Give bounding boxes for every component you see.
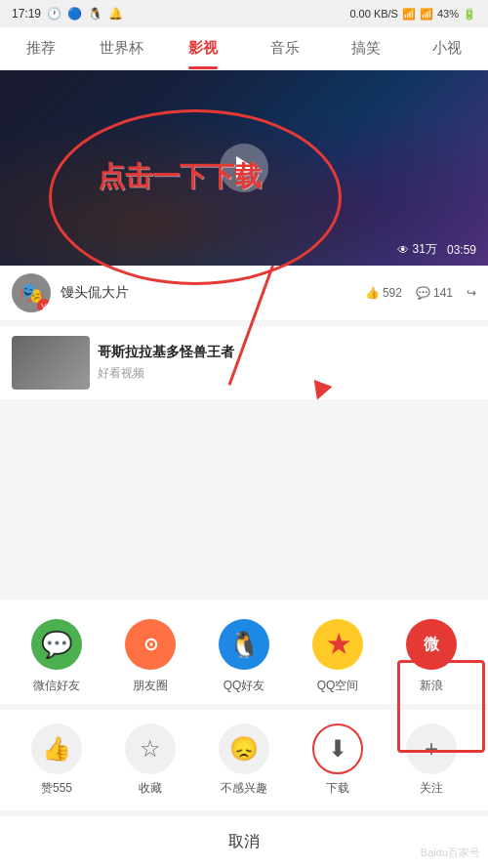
qqzone-label: QQ空间 (317, 678, 359, 694)
qq-label: QQ好友 (224, 678, 265, 694)
play-button[interactable] (220, 144, 268, 192)
qqzone-icon: ★ (312, 619, 363, 670)
moments-label: 朋友圈 (133, 678, 168, 694)
tab-film[interactable]: 影视 (163, 27, 244, 69)
view-count: 👁 31万 (397, 241, 437, 258)
dislike-icon: 😞 (219, 723, 269, 774)
share-icon: ↪ (467, 286, 476, 300)
comment-btn[interactable]: 💬 141 (416, 286, 453, 300)
time: 17:19 (12, 7, 41, 21)
action-download[interactable]: ⬇ 下载 (291, 723, 385, 797)
follow-label: 关注 (420, 780, 443, 797)
like-btn[interactable]: 👍 592 (365, 286, 402, 300)
nav-tabs: 推荐 世界杯 影视 音乐 搞笑 小视 (0, 27, 488, 70)
action-row: 👍 赞555 ☆ 收藏 😞 不感兴趣 ⬇ 下载 + 关注 (0, 710, 488, 810)
tab-worldcup[interactable]: 世界杯 (81, 27, 162, 69)
alarm-icon: 🕐 (47, 7, 61, 21)
tab-funny[interactable]: 搞笑 (325, 27, 406, 69)
share-weibo[interactable]: 微 新浪 (385, 619, 478, 694)
verified-badge: V (37, 299, 51, 312)
watermark: Baidu百家号 (421, 846, 480, 860)
battery: 43% (437, 8, 459, 20)
share-moments[interactable]: ⊙ 朋友圈 (103, 619, 197, 694)
status-left: 17:19 🕐 🔵 🐧 🔔 (12, 7, 123, 21)
duration: 03:59 (447, 241, 476, 258)
follow-icon: + (406, 723, 457, 774)
card-tag: 好看视频 (98, 365, 476, 382)
wifi-icon: 📶 (402, 8, 416, 21)
weibo-icon: 微 (406, 619, 457, 670)
bluetooth-icon: 🔵 (67, 7, 82, 21)
share-qq[interactable]: 🐧 QQ好友 (197, 619, 291, 694)
like-icon: 👍 (365, 286, 380, 300)
wechat-icon: 💬 (31, 619, 82, 670)
download-label: 下载 (326, 780, 349, 797)
collect-icon: ☆ (125, 723, 176, 774)
dislike-label: 不感兴趣 (221, 780, 267, 797)
video-bottom-info: 👁 31万 03:59 (397, 241, 476, 258)
battery-icon: 🔋 (463, 8, 476, 21)
comment-icon: 💬 (416, 286, 430, 300)
tab-recommend[interactable]: 推荐 (0, 27, 81, 69)
wechat-label: 微信好友 (33, 678, 80, 694)
like-action-icon: 👍 (31, 723, 82, 774)
action-collect[interactable]: ☆ 收藏 (103, 723, 197, 797)
network-speed: 0.00 KB/S (349, 8, 398, 20)
action-dislike[interactable]: 😞 不感兴趣 (197, 723, 291, 797)
content-card: 哥斯拉拉基多怪兽王者 好看视频 (0, 326, 488, 399)
action-follow[interactable]: + 关注 (385, 723, 478, 797)
card-thumbnail (12, 336, 90, 390)
card-text: 哥斯拉拉基多怪兽王者 好看视频 (98, 344, 476, 382)
card-title: 哥斯拉拉基多怪兽王者 (98, 344, 476, 361)
video-player[interactable]: 👁 31万 03:59 (0, 70, 488, 266)
notification-icon: 🔔 (108, 7, 123, 21)
like-action-label: 赞555 (41, 780, 72, 797)
uploader-name: 馒头侃大片 (61, 284, 355, 302)
moments-icon: ⊙ (125, 619, 176, 670)
video-info-row: 🎭 V 馒头侃大片 👍 592 💬 141 ↪ (0, 266, 488, 320)
share-qqzone[interactable]: ★ QQ空间 (291, 619, 385, 694)
tab-short[interactable]: 小视 (407, 27, 488, 69)
tab-music[interactable]: 音乐 (244, 27, 325, 69)
eye-icon: 👁 (397, 243, 409, 257)
cancel-button[interactable]: 取消 (0, 816, 488, 868)
action-buttons: 👍 592 💬 141 ↪ (365, 286, 476, 300)
avatar[interactable]: 🎭 V (12, 273, 51, 312)
weibo-label: 新浪 (420, 678, 443, 694)
collect-label: 收藏 (139, 780, 162, 797)
qq-icon-status: 🐧 (88, 7, 102, 21)
play-icon (236, 156, 256, 180)
share-sheet: 💬 微信好友 ⊙ 朋友圈 🐧 QQ好友 ★ QQ空间 微 新浪 👍 赞555 ☆… (0, 599, 488, 868)
share-row: 💬 微信好友 ⊙ 朋友圈 🐧 QQ好友 ★ QQ空间 微 新浪 (0, 599, 488, 704)
card-title-row: 哥斯拉拉基多怪兽王者 好看视频 (12, 336, 476, 390)
signal-icon: 📶 (420, 8, 433, 21)
video-background (0, 70, 488, 266)
share-wechat[interactable]: 💬 微信好友 (10, 619, 103, 694)
status-bar: 17:19 🕐 🔵 🐧 🔔 0.00 KB/S 📶 📶 43% 🔋 (0, 0, 488, 27)
status-right: 0.00 KB/S 📶 📶 43% 🔋 (349, 8, 476, 21)
share-btn[interactable]: ↪ (467, 286, 476, 300)
action-like[interactable]: 👍 赞555 (10, 723, 103, 797)
download-icon: ⬇ (312, 723, 363, 774)
qq-icon-share: 🐧 (219, 619, 269, 670)
